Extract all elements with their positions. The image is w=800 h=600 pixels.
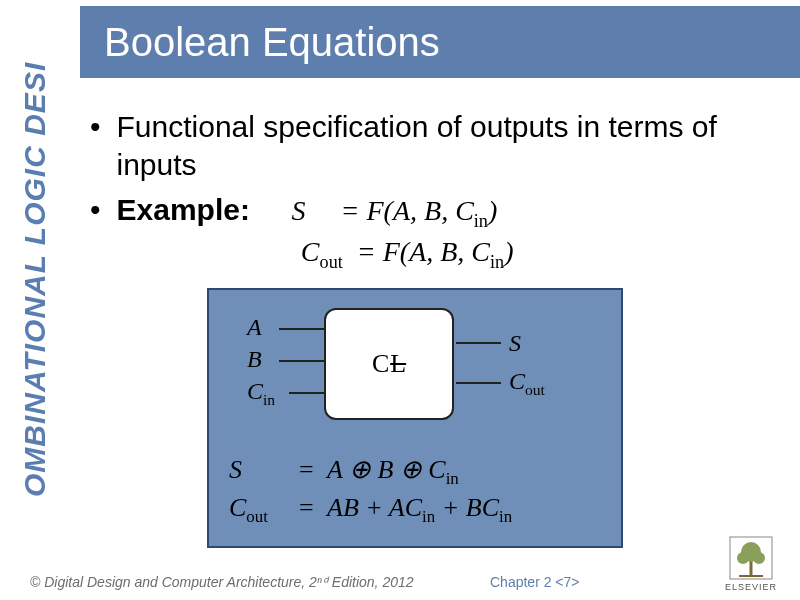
output-label-cout: Cout [509, 368, 545, 399]
bullet-item: • Example: S = F(A, B, Cin) Cout = F(A, … [90, 191, 780, 274]
bullet-item: • Functional specification of outputs in… [90, 108, 780, 183]
wire [279, 328, 324, 330]
bullet-text: Functional specification of outputs in t… [117, 108, 780, 183]
combinational-logic-block: CL [324, 308, 454, 420]
slide-title-bar: Boolean Equations [80, 6, 800, 78]
input-label-cin: Cin [247, 378, 275, 409]
equation-block: S = A ⊕ B ⊕ Cin Cout = AB + ACin + BCin [229, 450, 512, 531]
publisher-logo: ELSEVIER [716, 536, 786, 592]
example-label: Example: [117, 193, 250, 226]
input-label-b: B [247, 346, 262, 373]
bullet-dot-icon: • [90, 108, 101, 183]
bullet-dot-icon: • [90, 191, 101, 274]
input-label-a: A [247, 314, 262, 341]
bullet-example: Example: S = F(A, B, Cin) Cout = F(A, B,… [117, 191, 780, 274]
svg-point-3 [737, 552, 749, 564]
chapter-indicator: Chapter 2 <7> [490, 574, 580, 590]
slide-title: Boolean Equations [104, 20, 440, 65]
wire [456, 382, 501, 384]
equation-s-spec: S = F(A, B, Cin) [292, 195, 498, 226]
svg-point-4 [753, 552, 765, 564]
wire [279, 360, 324, 362]
equation-s: S = A ⊕ B ⊕ Cin [229, 454, 512, 489]
logic-block-diagram: A B Cin CL S Cout S = A ⊕ B ⊕ Cin Cout =… [207, 288, 623, 548]
output-label-s: S [509, 330, 521, 357]
tree-icon [729, 536, 773, 580]
publisher-name: ELSEVIER [725, 582, 777, 592]
slide-body: • Functional specification of outputs in… [80, 100, 780, 282]
equation-cout: Cout = AB + ACin + BCin [229, 493, 512, 527]
slide-footer: © Digital Design and Computer Architectu… [0, 566, 800, 594]
copyright-text: © Digital Design and Computer Architectu… [30, 574, 414, 590]
wire [456, 342, 501, 344]
equation-cout-spec: Cout = F(A, B, Cin) [301, 236, 514, 267]
sidebar-chapter-label: OMBINATIONAL LOGIC DESI [18, 97, 52, 497]
wire [289, 392, 324, 394]
